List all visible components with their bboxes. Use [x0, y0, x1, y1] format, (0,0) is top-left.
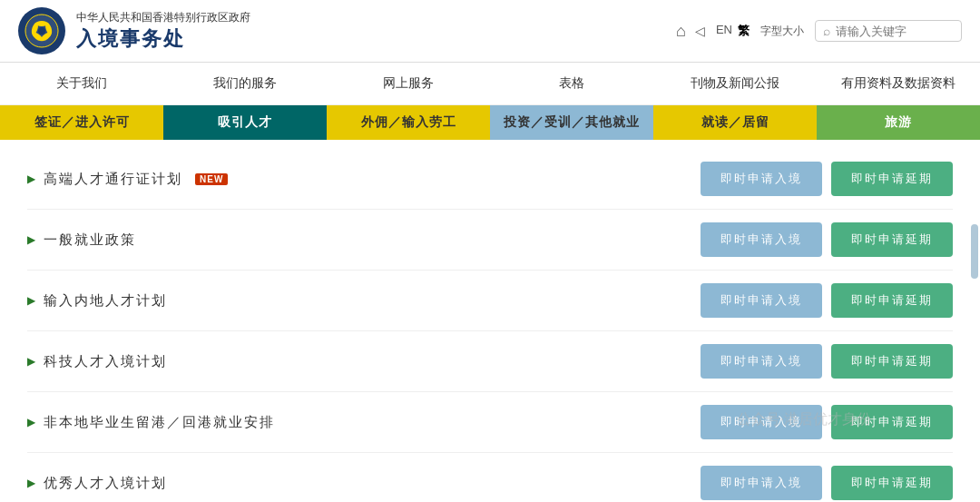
- subnav-talent[interactable]: 吸引人才: [163, 105, 327, 140]
- table-row: ▶非本地毕业生留港／回港就业安排即时申请入境即时申请延期: [27, 392, 953, 453]
- logo: [18, 7, 65, 54]
- nav-item-online[interactable]: 网上服务: [327, 63, 490, 104]
- nav-item-publications[interactable]: 刊物及新闻公报: [653, 63, 817, 104]
- row-title-text[interactable]: 高端人才通行证计划: [44, 171, 182, 188]
- row-title-text[interactable]: 输入内地人才计划: [44, 292, 167, 310]
- subnav-helper[interactable]: 外佣／输入劳工: [327, 105, 490, 140]
- row-buttons: 即时申请入境即时申请延期: [701, 162, 953, 196]
- arrow-icon: ▶: [27, 233, 36, 246]
- arrow-icon: ▶: [27, 172, 36, 185]
- table-row: ▶优秀人才入境计划即时申请入境即时申请延期: [27, 453, 953, 502]
- lang-en[interactable]: EN: [716, 23, 732, 39]
- nav-item-services[interactable]: 我们的服务: [163, 63, 327, 104]
- subnav-travel[interactable]: 旅游: [817, 105, 980, 140]
- language-selector: EN 繁: [716, 23, 750, 39]
- apply-button[interactable]: 即时申请入境: [701, 405, 822, 439]
- search-box: ⌕: [815, 20, 962, 42]
- header-left: 中华人民共和国香港特别行政区政府 入境事务处: [18, 7, 250, 54]
- row-buttons: 即时申请入境即时申请延期: [701, 466, 953, 500]
- apply-button[interactable]: 即时申请入境: [701, 344, 822, 379]
- new-badge: NEW: [195, 173, 228, 185]
- row-title-text[interactable]: 优秀人才入境计划: [44, 475, 167, 492]
- row-title-0: ▶高端人才通行证计划NEW: [27, 171, 701, 188]
- apply-button[interactable]: 即时申请入境: [701, 283, 822, 318]
- arrow-icon: ▶: [27, 477, 36, 489]
- table-row: ▶高端人才通行证计划NEW即时申请入境即时申请延期: [27, 149, 953, 210]
- extend-button[interactable]: 即时申请延期: [831, 405, 953, 439]
- subnav-visa[interactable]: 签证／进入许可: [0, 105, 163, 140]
- extend-button[interactable]: 即时申请延期: [831, 283, 953, 318]
- svg-point-7: [38, 27, 45, 34]
- header-right: ⌂ ◁ EN 繁 字型大小 ⌕: [676, 20, 962, 42]
- subnav-invest[interactable]: 投资／受训／其他就业: [490, 105, 653, 140]
- header: 中华人民共和国香港特别行政区政府 入境事务处 ⌂ ◁ EN 繁 字型大小 ⌕: [0, 0, 980, 63]
- main-nav: 关于我们 我们的服务 网上服务 表格 刊物及新闻公报 有用资料及数据资料: [0, 63, 980, 105]
- extend-button[interactable]: 即时申请延期: [831, 344, 953, 379]
- header-title: 中华人民共和国香港特别行政区政府 入境事务处: [76, 10, 250, 53]
- row-title-text[interactable]: 科技人才入境计划: [44, 353, 167, 370]
- row-title-text[interactable]: 非本地毕业生留港／回港就业安排: [44, 414, 275, 431]
- extend-button[interactable]: 即时申请延期: [831, 222, 953, 257]
- row-buttons: 即时申请入境即时申请延期: [701, 222, 953, 257]
- share-icon[interactable]: ◁: [695, 24, 705, 38]
- content-area: ▶高端人才通行证计划NEW即时申请入境即时申请延期▶一般就业政策即时申请入境即时…: [0, 140, 980, 502]
- header-main-title: 入境事务处: [76, 25, 250, 53]
- search-icon: ⌕: [823, 24, 830, 38]
- extend-button[interactable]: 即时申请延期: [831, 162, 953, 196]
- row-title-4: ▶非本地毕业生留港／回港就业安排: [27, 414, 701, 431]
- font-size-button[interactable]: 字型大小: [760, 24, 804, 39]
- subnav-study[interactable]: 就读／居留: [653, 105, 817, 140]
- arrow-icon: ▶: [27, 355, 36, 368]
- sub-nav: 签证／进入许可 吸引人才 外佣／输入劳工 投资／受训／其他就业 就读／居留 旅游: [0, 105, 980, 140]
- row-title-3: ▶科技人才入境计划: [27, 353, 701, 370]
- header-subtitle: 中华人民共和国香港特别行政区政府: [76, 10, 250, 25]
- nav-item-resources[interactable]: 有用资料及数据资料: [817, 63, 980, 104]
- row-title-5: ▶优秀人才入境计划: [27, 475, 701, 492]
- header-icons: ⌂ ◁: [676, 22, 705, 41]
- row-title-2: ▶输入内地人才计划: [27, 292, 701, 310]
- apply-button[interactable]: 即时申请入境: [701, 162, 822, 196]
- arrow-icon: ▶: [27, 294, 36, 307]
- home-icon[interactable]: ⌂: [676, 22, 686, 41]
- arrow-icon: ▶: [27, 416, 36, 428]
- table-row: ▶输入内地人才计划即时申请入境即时申请延期: [27, 271, 953, 331]
- row-title-text[interactable]: 一般就业政策: [44, 231, 136, 249]
- table-row: ▶科技人才入境计划即时申请入境即时申请延期: [27, 331, 953, 392]
- row-title-1: ▶一般就业政策: [27, 231, 701, 249]
- apply-button[interactable]: 即时申请入境: [701, 466, 822, 500]
- lang-zh[interactable]: 繁: [738, 23, 750, 39]
- search-input[interactable]: [836, 25, 954, 38]
- row-buttons: 即时申请入境即时申请延期: [701, 405, 953, 439]
- row-buttons: 即时申请入境即时申请延期: [701, 283, 953, 318]
- row-buttons: 即时申请入境即时申请延期: [701, 344, 953, 379]
- nav-item-forms[interactable]: 表格: [490, 63, 653, 104]
- nav-item-about[interactable]: 关于我们: [0, 63, 163, 104]
- scrollbar[interactable]: [971, 224, 978, 279]
- apply-button[interactable]: 即时申请入境: [701, 222, 822, 257]
- table-row: ▶一般就业政策即时申请入境即时申请延期: [27, 210, 953, 271]
- extend-button[interactable]: 即时申请延期: [831, 466, 953, 500]
